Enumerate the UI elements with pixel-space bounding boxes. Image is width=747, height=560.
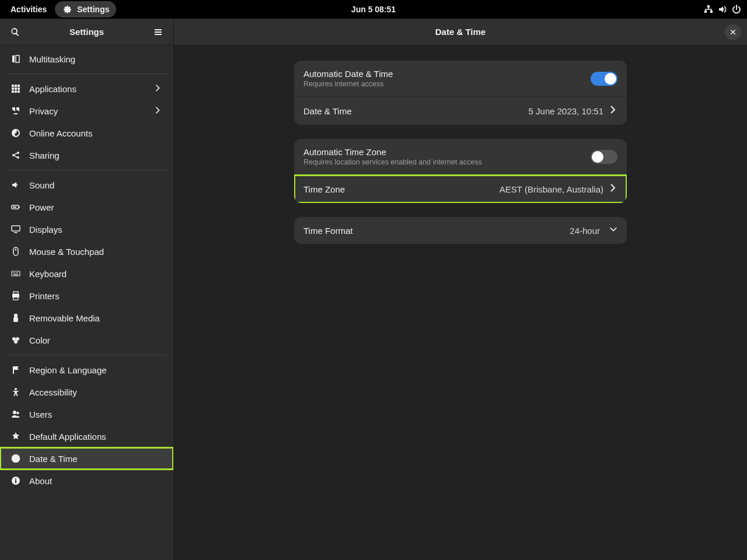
row-title: Automatic Date & Time [303, 69, 591, 79]
activities-button[interactable]: Activities [5, 2, 53, 16]
default-icon [11, 431, 21, 442]
svg-rect-33 [14, 314, 18, 317]
current-app-indicator[interactable]: Settings [55, 1, 116, 18]
sidebar-item-label: Privacy [29, 106, 145, 116]
svg-point-37 [14, 340, 18, 344]
sidebar-item-online[interactable]: Online Accounts [0, 122, 173, 144]
sidebar-item-label: Sound [29, 180, 163, 190]
date-time-row[interactable]: Date & Time 5 June 2023, 10:51 [294, 97, 627, 125]
sidebar-item-multitasking[interactable]: Multitasking [0, 48, 173, 70]
row-subtitle: Requires internet access [303, 80, 591, 88]
date-time-value: 5 June 2023, 10:51 [529, 106, 603, 116]
region-icon [11, 365, 21, 375]
sidebar-item-label: Accessibility [29, 387, 163, 397]
sharing-icon [11, 150, 21, 160]
row-title: Automatic Time Zone [303, 147, 591, 157]
row-title: Date & Time [303, 106, 529, 116]
users-icon [11, 409, 21, 419]
sidebar-item-label: Power [29, 202, 163, 212]
automatic-date-time-row[interactable]: Automatic Date & Time Requires internet … [294, 61, 627, 97]
hamburger-icon [153, 27, 163, 37]
sidebar-item-users[interactable]: Users [0, 403, 173, 425]
privacy-icon [11, 106, 21, 116]
sidebar-item-color[interactable]: Color [0, 329, 173, 351]
svg-rect-45 [15, 478, 16, 480]
sidebar-item-keyboard[interactable]: Keyboard [0, 262, 173, 285]
svg-rect-19 [13, 206, 16, 208]
svg-rect-21 [14, 232, 18, 233]
apps-icon [11, 83, 21, 94]
svg-point-41 [16, 412, 19, 414]
sidebar-item-label: Sharing [29, 150, 163, 160]
network-icon[interactable] [703, 4, 714, 15]
sidebar-item-label: Default Applications [29, 432, 163, 442]
power-icon [11, 202, 21, 212]
sidebar-item-accessibility[interactable]: Accessibility [0, 381, 173, 403]
sidebar-item-label: Displays [29, 225, 163, 235]
datetime-group: Automatic Date & Time Requires internet … [294, 61, 627, 125]
svg-point-35 [12, 337, 16, 341]
svg-point-16 [17, 156, 19, 159]
displays-icon [11, 224, 21, 235]
search-icon [11, 27, 20, 37]
current-app-label: Settings [77, 5, 109, 14]
sidebar-item-label: Color [29, 335, 163, 345]
sidebar-item-default[interactable]: Default Applications [0, 425, 173, 447]
sidebar-item-label: Multitasking [29, 54, 163, 64]
chevron-right-icon [608, 105, 617, 117]
chevron-right-icon [153, 106, 163, 116]
time-format-row[interactable]: Time Format 24-hour [294, 217, 627, 244]
search-button[interactable] [7, 24, 23, 40]
sidebar-item-datetime[interactable]: Date & Time [0, 447, 173, 470]
hamburger-menu-button[interactable] [150, 24, 166, 40]
main-header: Date & Time [174, 19, 747, 46]
chevron-down-icon [609, 225, 617, 236]
sidebar-item-label: Applications [29, 84, 145, 94]
chevron-right-icon [608, 183, 617, 195]
sidebar-title: Settings [69, 27, 104, 37]
row-title: Time Format [303, 226, 570, 236]
svg-rect-20 [12, 226, 20, 231]
nav-separator [6, 170, 167, 170]
time-zone-row[interactable]: Time Zone AEST (Brisbane, Australia) [294, 175, 627, 203]
sidebar-item-sharing[interactable]: Sharing [0, 144, 173, 166]
volume-icon[interactable] [717, 4, 728, 15]
automatic-time-zone-row[interactable]: Automatic Time Zone Requires location se… [294, 139, 627, 175]
sound-icon [11, 180, 21, 190]
svg-rect-5 [12, 85, 14, 87]
sidebar-item-power[interactable]: Power [0, 196, 173, 218]
svg-rect-26 [15, 272, 16, 274]
gnome-top-bar: Activities Settings Jun 5 08:51 [0, 0, 747, 19]
svg-rect-11 [12, 90, 14, 93]
time-format-value: 24-hour [570, 226, 600, 236]
automatic-time-zone-switch[interactable] [591, 150, 617, 164]
sidebar-item-about[interactable]: About [0, 470, 173, 492]
sidebar-nav: MultitaskingApplicationsPrivacyOnline Ac… [0, 46, 173, 560]
svg-point-36 [16, 337, 19, 341]
time-zone-value: AEST (Brisbane, Australia) [500, 184, 603, 194]
sidebar-item-apps[interactable]: Applications [0, 78, 173, 100]
svg-rect-2 [710, 10, 713, 13]
sidebar-item-sound[interactable]: Sound [0, 174, 173, 196]
sidebar-item-privacy[interactable]: Privacy [0, 100, 173, 122]
sidebar-item-displays[interactable]: Displays [0, 218, 173, 240]
sidebar-item-mouse[interactable]: Mouse & Touchpad [0, 240, 173, 262]
close-icon [729, 29, 736, 36]
svg-rect-7 [18, 85, 20, 87]
nav-separator [6, 355, 167, 355]
sidebar-item-printers[interactable]: Printers [0, 285, 173, 307]
sidebar-item-label: Region & Language [29, 365, 163, 375]
sidebar-item-label: Mouse & Touchpad [29, 247, 163, 257]
close-button[interactable] [725, 24, 741, 40]
sidebar-item-region[interactable]: Region & Language [0, 359, 173, 381]
gear-icon [62, 4, 74, 15]
svg-rect-38 [13, 366, 14, 374]
svg-point-39 [15, 388, 17, 390]
multitasking-icon [11, 54, 21, 64]
power-icon[interactable] [731, 4, 742, 15]
sidebar-item-removable[interactable]: Removable Media [0, 307, 173, 329]
online-icon [11, 128, 21, 138]
clock[interactable]: Jun 5 08:51 [351, 5, 396, 14]
automatic-date-time-switch[interactable] [591, 72, 617, 86]
color-icon [11, 335, 21, 345]
